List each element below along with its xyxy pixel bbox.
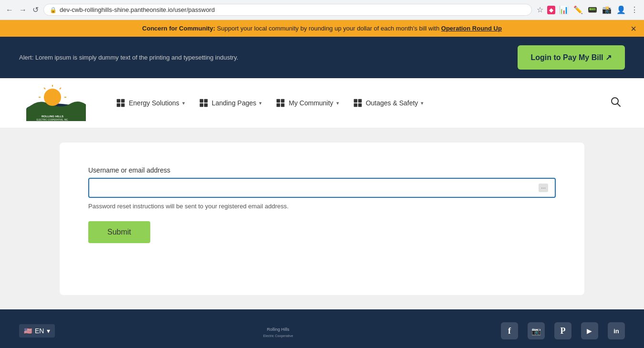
nav-item-energy-solutions[interactable]: Energy Solutions ▾ — [110, 94, 191, 112]
logo-container: ROLLING HILLS ELECTRIC COOPERATIVE, INC. — [19, 83, 86, 123]
edit-button[interactable]: ✏️ — [572, 4, 584, 15]
svg-rect-22 — [353, 99, 357, 103]
extensions-button[interactable]: ◆ — [547, 6, 555, 14]
account-button[interactable]: 👤 — [615, 4, 627, 15]
outages-safety-chevron: ▾ — [421, 100, 424, 106]
svg-rect-10 — [117, 99, 121, 103]
security-icon: 🔒 — [50, 7, 57, 13]
svg-rect-24 — [353, 103, 357, 107]
svg-rect-19 — [281, 99, 285, 103]
forward-button[interactable]: → — [18, 5, 28, 15]
youtube-icon[interactable]: ▶ — [581, 322, 598, 339]
back-button[interactable]: ← — [5, 5, 14, 15]
bookmark-button[interactable]: ☆ — [536, 4, 544, 15]
address-bar[interactable]: 🔒 dev-cwb-rollinghills-shine.pantheonsit… — [43, 4, 532, 16]
profile-button[interactable]: 📊 — [558, 4, 570, 15]
username-input[interactable] — [96, 184, 539, 192]
lang-chevron: ▾ — [47, 327, 50, 335]
footer-left: 🇺🇸 EN ▾ — [19, 324, 55, 338]
footer-logo-area: Rolling Hills Electric Cooperative — [249, 319, 307, 343]
navigation: ROLLING HILLS ELECTRIC COOPERATIVE, INC.… — [0, 78, 644, 128]
password-manager-icon: ··· — [539, 184, 548, 192]
landing-pages-icon — [198, 98, 209, 108]
svg-rect-16 — [200, 103, 204, 107]
outages-safety-label: Outages & Safety — [366, 99, 418, 107]
instagram-icon[interactable]: 📷 — [528, 322, 545, 339]
search-icon[interactable] — [606, 94, 625, 113]
svg-line-27 — [618, 104, 621, 107]
svg-rect-21 — [281, 103, 285, 107]
reload-button[interactable]: ↺ — [31, 4, 40, 15]
svg-rect-15 — [204, 99, 208, 103]
outages-safety-icon — [353, 98, 363, 108]
operation-round-up-link[interactable]: Operation Round Up — [441, 25, 502, 32]
facebook-icon[interactable]: f — [501, 322, 518, 339]
lang-code: EN — [35, 327, 44, 335]
pinterest-icon[interactable]: P — [554, 322, 571, 339]
svg-text:Rolling Hills: Rolling Hills — [267, 327, 290, 332]
svg-rect-12 — [117, 103, 121, 107]
my-community-label: My Community — [289, 99, 333, 107]
concern-text: Concern for Community: Support your loca… — [142, 25, 502, 32]
menu-button[interactable]: ⋮ — [630, 4, 639, 15]
my-community-icon — [275, 98, 286, 108]
cast-button[interactable]: 📟 — [587, 4, 598, 15]
svg-text:ROLLING HILLS: ROLLING HILLS — [42, 115, 63, 118]
svg-rect-20 — [277, 103, 280, 107]
energy-solutions-label: Energy Solutions — [129, 99, 179, 107]
submit-button[interactable]: Submit — [88, 221, 150, 243]
concern-banner: Concern for Community: Support your loca… — [0, 20, 644, 37]
browser-actions: ☆ ◆ 📊 ✏️ 📟 📸 👤 ⋮ — [536, 4, 639, 15]
svg-text:Electric Cooperative: Electric Cooperative — [263, 334, 293, 338]
svg-text:ELECTRIC COOPERATIVE, INC.: ELECTRIC COOPERATIVE, INC. — [36, 119, 68, 121]
logo: ROLLING HILLS ELECTRIC COOPERATIVE, INC. — [19, 83, 86, 121]
svg-point-2 — [44, 89, 61, 106]
social-icons: f 📷 P ▶ in — [501, 322, 625, 339]
energy-solutions-chevron: ▾ — [182, 100, 185, 106]
my-community-chevron: ▾ — [336, 100, 339, 106]
screenshot-button[interactable]: 📸 — [601, 4, 613, 15]
username-input-wrapper[interactable]: ··· — [88, 178, 556, 198]
alert-bar: Alert: Lorem ipsum is simply dummy text … — [0, 37, 644, 78]
flag-icon: 🇺🇸 — [24, 327, 32, 335]
landing-pages-chevron: ▾ — [259, 100, 262, 106]
browser-chrome: ← → ↺ 🔒 dev-cwb-rollinghills-shine.panth… — [0, 0, 644, 20]
linkedin-icon[interactable]: in — [608, 322, 625, 339]
nav-item-my-community[interactable]: My Community ▾ — [270, 94, 344, 112]
svg-rect-23 — [358, 99, 362, 103]
nav-item-outages-safety[interactable]: Outages & Safety ▾ — [347, 94, 430, 112]
footer-logo: Rolling Hills Electric Cooperative — [249, 319, 307, 343]
svg-rect-25 — [358, 103, 362, 107]
energy-solutions-icon — [115, 98, 126, 108]
nav-item-landing-pages[interactable]: Landing Pages ▾ — [193, 94, 268, 112]
landing-pages-label: Landing Pages — [212, 99, 256, 107]
svg-rect-14 — [200, 99, 204, 103]
nav-items: Energy Solutions ▾ Landing Pages ▾ — [110, 94, 625, 112]
hint-text: Password reset instructions will be sent… — [88, 203, 556, 210]
login-to-pay-button[interactable]: Login to Pay My Bill ↗ — [518, 45, 625, 70]
svg-rect-11 — [121, 99, 125, 103]
search-container[interactable] — [606, 96, 625, 110]
svg-rect-17 — [204, 103, 208, 107]
svg-rect-18 — [277, 99, 280, 103]
main-content: Username or email address ··· Password r… — [0, 128, 644, 309]
form-card: Username or email address ··· Password r… — [60, 143, 584, 295]
alert-text: Alert: Lorem ipsum is simply dummy text … — [19, 54, 238, 61]
svg-rect-13 — [121, 103, 125, 107]
username-label: Username or email address — [88, 166, 556, 174]
language-selector[interactable]: 🇺🇸 EN ▾ — [19, 324, 55, 338]
banner-close-button[interactable]: × — [631, 23, 636, 34]
url-text: dev-cwb-rollinghills-shine.pantheonsite.… — [60, 6, 215, 13]
footer: 🇺🇸 EN ▾ Rolling Hills Electric Cooperati… — [0, 309, 644, 348]
